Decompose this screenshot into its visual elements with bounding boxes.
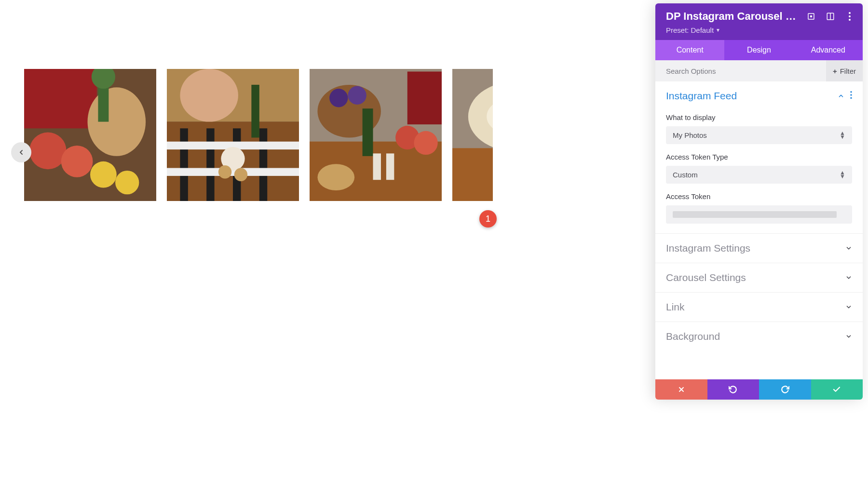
- svg-point-18: [180, 69, 238, 122]
- filter-button[interactable]: + Filter: [826, 60, 863, 81]
- badge-number: 1: [486, 214, 490, 224]
- section-title: Instagram Feed: [666, 90, 737, 102]
- preset-selector[interactable]: Preset: Default ▼: [666, 26, 854, 34]
- tab-advanced[interactable]: Advanced: [794, 40, 863, 60]
- svg-rect-29: [407, 71, 442, 124]
- expand-icon[interactable]: [807, 12, 815, 21]
- more-icon[interactable]: [845, 12, 854, 21]
- label-what-to-display: What to display: [666, 113, 852, 121]
- svg-point-3: [61, 146, 93, 177]
- plus-icon: +: [833, 67, 837, 75]
- section-header-background[interactable]: Background: [655, 322, 863, 351]
- tab-design[interactable]: Design: [724, 40, 793, 60]
- cancel-button[interactable]: [655, 379, 707, 400]
- select-caret-icon: ▲▼: [840, 171, 845, 178]
- svg-point-2: [29, 133, 67, 170]
- section-title: Background: [666, 331, 720, 342]
- tab-content[interactable]: Content: [655, 40, 724, 60]
- svg-rect-15: [259, 128, 267, 201]
- panel-footer: [655, 379, 863, 400]
- svg-rect-12: [180, 128, 188, 201]
- save-button[interactable]: [811, 379, 863, 400]
- svg-point-5: [90, 161, 117, 188]
- section-title: Carousel Settings: [666, 272, 746, 283]
- section-header-instagram-feed[interactable]: Instagram Feed: [655, 81, 863, 110]
- label-access-token-type: Access Token Type: [666, 153, 852, 161]
- svg-rect-1: [24, 69, 97, 128]
- input-access-token[interactable]: [666, 205, 852, 224]
- section-title: Link: [666, 301, 685, 313]
- carousel-preview: [24, 69, 482, 201]
- preset-value: Default: [691, 26, 714, 34]
- svg-point-33: [317, 164, 354, 190]
- svg-point-28: [348, 86, 366, 105]
- settings-panel: DP Instagram Carousel Sett... Preset: De…: [655, 3, 863, 400]
- svg-point-22: [234, 168, 247, 181]
- preset-label: Preset:: [666, 26, 689, 34]
- svg-point-46: [849, 15, 851, 17]
- select-value: My Photos: [673, 131, 707, 139]
- section-carousel-settings: Carousel Settings: [655, 263, 863, 293]
- panel-title: DP Instagram Carousel Sett...: [666, 10, 801, 23]
- svg-point-31: [414, 131, 437, 155]
- panel-body: Instagram Feed What to display My Photos…: [655, 81, 863, 379]
- masked-value: [673, 211, 837, 218]
- search-row: + Filter: [655, 60, 863, 81]
- select-what-to-display[interactable]: My Photos ▲▼: [666, 126, 852, 144]
- section-header-carousel-settings[interactable]: Carousel Settings: [655, 263, 863, 292]
- section-title: Instagram Settings: [666, 242, 750, 254]
- svg-point-49: [850, 94, 852, 96]
- panel-tabs: Content Design Advanced: [655, 40, 863, 60]
- callout-badge-1: 1: [479, 210, 497, 228]
- svg-point-42: [811, 16, 812, 17]
- undo-button[interactable]: [707, 379, 760, 400]
- section-instagram-settings: Instagram Settings: [655, 234, 863, 263]
- carousel-image-3[interactable]: [310, 69, 442, 201]
- svg-rect-38: [452, 148, 493, 201]
- layout-icon[interactable]: [826, 12, 835, 21]
- more-icon[interactable]: [850, 91, 852, 101]
- svg-rect-35: [386, 153, 394, 180]
- svg-rect-32: [363, 108, 373, 156]
- svg-point-48: [850, 91, 852, 93]
- svg-point-6: [115, 171, 139, 194]
- label-access-token: Access Token: [666, 192, 852, 201]
- section-header-link[interactable]: Link: [655, 293, 863, 322]
- filter-label: Filter: [840, 67, 856, 75]
- search-input[interactable]: [666, 67, 826, 75]
- chevron-down-icon: [845, 304, 852, 310]
- select-access-token-type[interactable]: Custom ▲▼: [666, 166, 852, 184]
- section-link: Link: [655, 293, 863, 322]
- svg-rect-34: [373, 153, 381, 180]
- carousel-prev-button[interactable]: [11, 142, 31, 162]
- panel-header: DP Instagram Carousel Sett... Preset: De…: [655, 3, 863, 40]
- chevron-down-icon: [845, 245, 852, 252]
- svg-point-21: [218, 165, 231, 178]
- svg-rect-19: [251, 85, 259, 138]
- redo-button[interactable]: [759, 379, 811, 400]
- section-background: Background: [655, 322, 863, 351]
- select-caret-icon: ▲▼: [840, 132, 845, 138]
- svg-point-45: [849, 12, 851, 14]
- section-instagram-feed: Instagram Feed What to display My Photos…: [655, 81, 863, 234]
- svg-rect-13: [206, 128, 214, 201]
- section-content-instagram-feed: What to display My Photos ▲▼ Access Toke…: [655, 113, 863, 233]
- chevron-up-icon: [838, 93, 844, 99]
- carousel-image-2[interactable]: [167, 69, 299, 201]
- caret-down-icon: ▼: [716, 27, 720, 33]
- svg-point-27: [329, 89, 348, 107]
- carousel-image-1[interactable]: [24, 69, 156, 201]
- chevron-down-icon: [845, 333, 852, 340]
- carousel-image-4[interactable]: [452, 69, 493, 201]
- chevron-down-icon: [845, 274, 852, 281]
- svg-point-50: [850, 97, 852, 99]
- select-value: Custom: [673, 171, 698, 179]
- svg-point-47: [849, 19, 851, 21]
- svg-point-4: [88, 87, 146, 156]
- section-header-instagram-settings[interactable]: Instagram Settings: [655, 234, 863, 263]
